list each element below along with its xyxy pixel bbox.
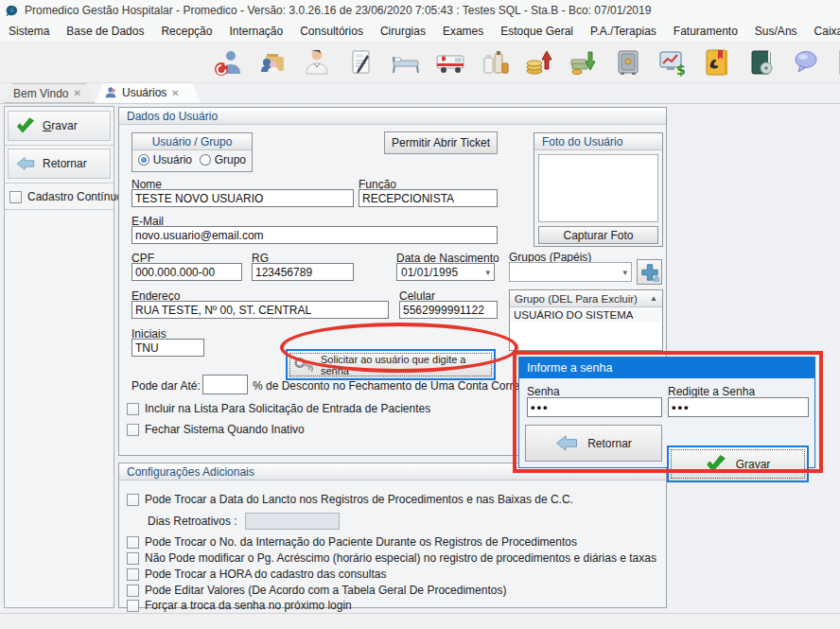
safe-icon[interactable] xyxy=(612,46,644,79)
config-row: Pode Trocar o No. da Internação do Pacie… xyxy=(127,535,577,549)
hospital-bed-icon[interactable] xyxy=(390,46,422,79)
action-sidebar: Gravar Retornar Cadastro Contínuo xyxy=(4,106,114,608)
svg-text:$: $ xyxy=(676,62,686,78)
menu-faturamento[interactable]: Faturamento xyxy=(665,22,746,41)
key-icon xyxy=(293,356,316,375)
menu-consultorios[interactable]: Consultórios xyxy=(291,22,372,41)
back-arrow-icon xyxy=(555,434,578,452)
tab-bem-vindo-close-icon[interactable]: ✕ xyxy=(73,88,80,98)
menu-exames[interactable]: Exames xyxy=(434,22,492,41)
config-adicionais-title: Configurações Adicionais xyxy=(127,465,254,479)
fechar-sistema-label: Fechar Sistema Quando Inativo xyxy=(145,423,305,436)
menu-pa-terapias[interactable]: P.A./Terapias xyxy=(582,22,665,41)
gravar-button[interactable]: Gravar xyxy=(8,111,111,141)
rg-input[interactable] xyxy=(252,263,354,281)
config-checkbox-4[interactable] xyxy=(127,585,139,597)
money-up-icon[interactable] xyxy=(523,46,555,79)
dialog-retornar-button[interactable]: Retornar xyxy=(525,425,662,462)
radio-usuario[interactable] xyxy=(138,154,149,166)
patients-icon[interactable] xyxy=(256,46,289,79)
solicitar-senha-button[interactable]: Solicitar ao usuário que digite a senha xyxy=(286,349,496,380)
dialog-gravar-label: Gravar xyxy=(736,458,771,471)
menu-estoque-geral[interactable]: Estoque Geral xyxy=(492,22,582,41)
grupo-list-row[interactable]: USUÁRIO DO SISTEMA xyxy=(510,307,662,323)
config-checkbox-1[interactable] xyxy=(127,536,139,549)
dias-retroativos-label: Dias Retroativos : xyxy=(148,515,237,528)
add-grupo-button[interactable] xyxy=(637,259,662,285)
endereco-input[interactable] xyxy=(131,301,389,319)
config-label-3: Pode Trocar a HORA do cadastro das consu… xyxy=(145,568,386,581)
menu-sus-ans[interactable]: Sus/Ans xyxy=(746,22,806,41)
funcao-input[interactable] xyxy=(359,189,498,207)
config-row: Pode Trocar a Data do Lancto nos Registr… xyxy=(127,493,573,506)
grupo-list-header[interactable]: Grupo (DEL Para Excluir) ▲ xyxy=(510,290,662,307)
nome-input[interactable] xyxy=(131,189,354,207)
prescription-icon[interactable] xyxy=(345,46,377,79)
fechar-sistema-checkbox[interactable] xyxy=(127,424,139,436)
money-down-icon[interactable] xyxy=(568,46,600,79)
doctor-icon[interactable] xyxy=(301,46,333,79)
ambulance-icon[interactable] xyxy=(434,46,466,79)
menu-caixa[interactable]: Caixa xyxy=(806,22,840,41)
tipo-usuario-header: Usuário / Grupo xyxy=(132,133,252,150)
finance-chart-icon[interactable]: $ xyxy=(656,46,689,79)
sync-users-icon[interactable] xyxy=(212,46,244,79)
config-checkbox-3[interactable] xyxy=(127,568,139,581)
tab-usuarios[interactable]: Usuários ✕ xyxy=(95,82,201,103)
celular-input[interactable] xyxy=(399,301,498,319)
tipo-usuario-group: Usuário / Grupo Usuário Grupo xyxy=(131,132,253,172)
config-checkbox-5[interactable] xyxy=(127,600,139,612)
pharmacy-icon[interactable] xyxy=(479,46,511,79)
window-title: Promedico Gestão Hospitalar - Promedico … xyxy=(25,4,651,17)
back-arrow-icon xyxy=(16,156,35,171)
menu-recepcao[interactable]: Recepção xyxy=(152,22,220,41)
desconto-suffix: % de Desconto no Fechamento de Uma Conta… xyxy=(253,379,535,393)
menu-internacao[interactable]: Internação xyxy=(220,22,291,41)
cpf-input[interactable] xyxy=(131,263,242,281)
radio-grupo-label: Grupo xyxy=(215,153,246,166)
desconto-input[interactable] xyxy=(202,375,248,394)
foto-usuario-title: Foto do Usuário xyxy=(542,135,622,149)
config-label-1: Pode Trocar o No. da Internação do Pacie… xyxy=(145,535,577,549)
tab-usuarios-label: Usuários xyxy=(122,86,166,99)
incluir-lista-row: Incluir na Lista Para Solicitação de Ent… xyxy=(127,402,430,415)
incluir-lista-checkbox[interactable] xyxy=(127,403,139,415)
app-logo-icon xyxy=(5,4,19,18)
chat-icon[interactable] xyxy=(790,46,822,79)
redigite-senha-input[interactable] xyxy=(668,397,809,417)
incluir-lista-label: Incluir na Lista Para Solicitação de Ent… xyxy=(145,402,430,415)
menu-base-de-dados[interactable]: Base de Dados xyxy=(58,22,152,41)
grupo-row-label: USUÁRIO DO SISTEMA xyxy=(514,309,634,321)
grupos-combo[interactable]: ▾ xyxy=(509,262,632,282)
config-row: Forçar a troca da senha no próximo login xyxy=(127,599,352,612)
gravar-label: ravar xyxy=(51,119,77,132)
menu-cirurgias[interactable]: Cirurgias xyxy=(372,22,434,41)
permitir-ticket-button[interactable]: Permitir Abrir Ticket xyxy=(384,131,498,154)
password-dialog-title: Informe a senha xyxy=(527,361,612,375)
iniciais-input[interactable] xyxy=(131,339,204,357)
retornar-button[interactable]: Retornar xyxy=(8,149,111,179)
cadastro-continuo-checkbox[interactable] xyxy=(9,191,22,203)
email-input[interactable] xyxy=(131,226,498,244)
config-checkbox-0[interactable] xyxy=(127,494,139,506)
add-cross-icon xyxy=(640,263,659,282)
capturar-foto-button[interactable]: Capturar Foto xyxy=(538,226,658,244)
menu-sistema[interactable]: Sistema xyxy=(0,22,58,41)
config-checkbox-2[interactable] xyxy=(127,552,139,565)
password-dialog: Informe a senha Senha Redigite a Senha R… xyxy=(518,357,815,468)
radio-grupo[interactable] xyxy=(200,154,211,166)
tab-usuarios-close-icon[interactable]: ✕ xyxy=(171,88,179,98)
book-icon[interactable] xyxy=(745,46,778,79)
phonebook-icon[interactable] xyxy=(701,46,733,79)
nascimento-combo[interactable]: 01/01/1995 ▾ xyxy=(396,263,495,281)
tab-bem-vindo[interactable]: Bem Vindo ✕ xyxy=(4,83,95,103)
senha-input[interactable] xyxy=(527,397,662,417)
foto-usuario-header: Foto do Usuário xyxy=(534,133,662,150)
sort-asc-icon: ▲ xyxy=(650,294,657,303)
password-dialog-titlebar: Informe a senha xyxy=(519,358,814,378)
redigite-senha-label: Redigite a Senha xyxy=(668,385,755,398)
report-icon[interactable] xyxy=(834,46,840,79)
config-label-4: Pode Editar Valores (De Acordo com a Tab… xyxy=(145,584,506,597)
config-label-2: Não Pode modificar o Pg. Acréscimo (horá… xyxy=(145,551,656,565)
dialog-gravar-button[interactable]: Gravar xyxy=(667,446,809,482)
